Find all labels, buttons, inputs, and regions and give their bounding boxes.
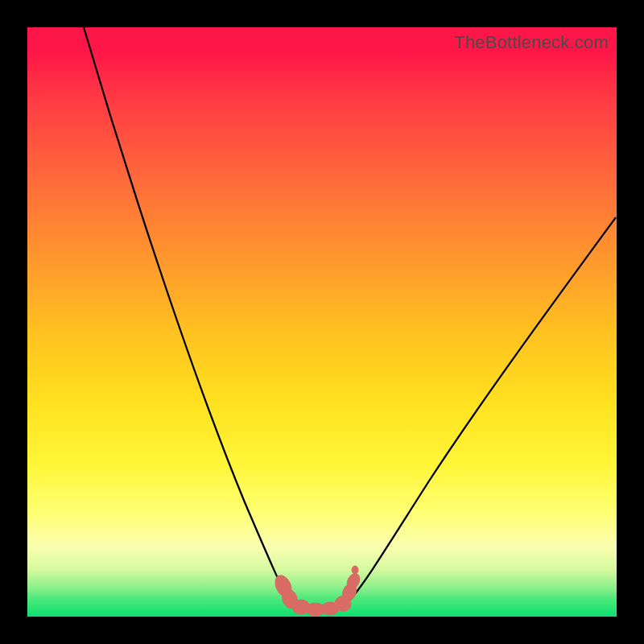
svg-point-8 xyxy=(352,566,358,574)
plot-area: TheBottleneck.com xyxy=(27,27,617,617)
chart-frame: TheBottleneck.com xyxy=(0,0,644,644)
bottleneck-curve-svg xyxy=(27,27,617,617)
curve-right-branch xyxy=(349,217,616,601)
trough-marker xyxy=(272,566,362,616)
curve-left-branch xyxy=(84,27,289,601)
